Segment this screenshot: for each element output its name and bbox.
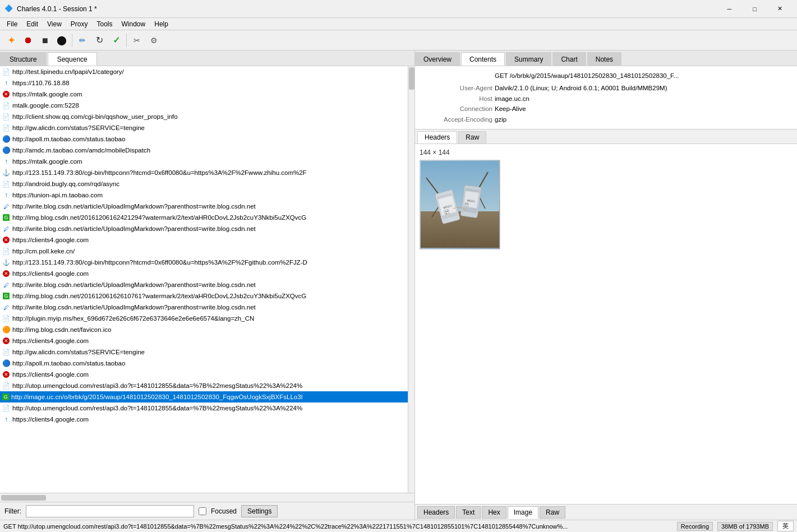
red-x-icon: ✕ <box>2 270 10 277</box>
menu-help[interactable]: Help <box>150 19 173 29</box>
list-item[interactable]: 📄 http://gw.alicdn.com/status?SERVICE=te… <box>0 122 408 133</box>
list-item[interactable]: 🔵 http://amdc.m.taobao.com/amdc/mobileDi… <box>0 145 408 156</box>
new-session-button[interactable]: ✦ <box>3 33 19 48</box>
menu-edit[interactable]: Edit <box>22 19 43 29</box>
list-item[interactable]: ✕ https://clients4.google.com <box>0 335 408 346</box>
bottom-tab-text[interactable]: Text <box>456 506 481 519</box>
toolbar-separator-1 <box>72 34 72 47</box>
host-value: image.uc.cn <box>495 94 529 104</box>
list-item[interactable]: 📄 http://plugin.myip.ms/hex_696d672e626c… <box>0 313 408 324</box>
inner-tab-headers-req[interactable]: Headers <box>417 131 457 144</box>
left-tab-bar: Structure Sequence <box>0 50 414 66</box>
settings-filter-button[interactable]: Settings <box>241 505 278 517</box>
list-item[interactable]: 🖊 http://write.blog.csdn.net/article/Upl… <box>0 279 408 290</box>
tab-contents[interactable]: Contents <box>461 52 505 66</box>
bottom-tab-image[interactable]: Image <box>508 506 538 519</box>
list-item[interactable]: G http://img.blog.csdn.net/2016120616261… <box>0 290 408 302</box>
list-item[interactable]: ↑ https://tunion-api.m.taobao.com <box>0 189 408 201</box>
green-box-icon: G <box>2 292 10 300</box>
list-item[interactable]: 📄 http://utop.umengcloud.com/rest/api3.d… <box>0 403 408 414</box>
list-item[interactable]: 🖊 http://write.blog.csdn.net/article/Upl… <box>0 201 408 212</box>
list-item[interactable]: ↑ https://mtalk.google.com <box>0 156 408 167</box>
user-agent-label: User-Agent <box>420 83 492 93</box>
menu-tools[interactable]: Tools <box>93 19 117 29</box>
green-doc-icon: G <box>2 394 9 400</box>
settings-button[interactable]: ⚙ <box>146 33 162 48</box>
list-item-selected[interactable]: G http://image.uc.cn/o/brbk/g/2015/waup/… <box>0 391 408 403</box>
list-item[interactable]: 📄 http://cm.poll.keke.cn/ <box>0 246 408 257</box>
vertical-scrollbar[interactable] <box>408 66 414 493</box>
tab-structure[interactable]: Structure <box>0 52 47 66</box>
list-item[interactable]: 🖊 http://write.blog.csdn.net/article/Upl… <box>0 223 408 234</box>
memory-indicator: 38MB of 1793MB <box>717 522 773 531</box>
doc-icon: 📄 <box>2 68 10 76</box>
blue-circle-icon: 🔵 <box>2 359 10 367</box>
minimize-button[interactable]: ─ <box>717 0 742 18</box>
tab-overview[interactable]: Overview <box>415 52 460 66</box>
doc-icon: 📄 <box>2 101 10 109</box>
toolbar-separator-2 <box>126 34 127 47</box>
menu-view[interactable]: View <box>43 19 66 29</box>
tab-chart[interactable]: Chart <box>552 52 586 66</box>
list-item[interactable]: 📄 http://test.lipinedu.cn/lpapi/v1/categ… <box>0 66 408 77</box>
list-item[interactable]: 🟠 http://img.blog.csdn.net/favicon.ico <box>0 324 408 335</box>
menu-proxy[interactable]: Proxy <box>66 19 93 29</box>
list-item[interactable]: 📄 mtalk.google.com:5228 <box>0 100 408 111</box>
filter-button[interactable]: ✏ <box>75 33 90 48</box>
list-item[interactable]: ⚓ http://123.151.149.73:80/cgi-bin/httpc… <box>0 257 408 268</box>
language-indicator[interactable]: 英 <box>777 521 794 531</box>
tab-sequence[interactable]: Sequence <box>48 52 97 66</box>
list-item[interactable]: ↑ https://clients4.google.com <box>0 414 408 425</box>
inner-tab-raw-req[interactable]: Raw <box>458 131 486 144</box>
list-item[interactable]: ✕ https://clients4.google.com <box>0 369 408 380</box>
tab-notes[interactable]: Notes <box>587 52 621 66</box>
list-item[interactable]: ✕ https://mtalk.google.com <box>0 89 408 100</box>
record-button[interactable]: ⏺ <box>20 33 36 48</box>
up-arrow-icon: ↑ <box>2 191 10 199</box>
list-item[interactable]: 🖊 http://write.blog.csdn.net/article/Upl… <box>0 302 408 313</box>
refresh-button[interactable]: ↻ <box>91 33 107 48</box>
right-panel: Overview Contents Summary Chart Notes GE… <box>415 50 797 520</box>
menu-file[interactable]: File <box>2 19 22 29</box>
anchor-icon: ⚓ <box>2 169 10 177</box>
accept-encoding-label: Accept-Encoding <box>420 114 492 124</box>
list-item[interactable]: 📄 http://utop.umengcloud.com/rest/api3.d… <box>0 380 408 391</box>
clear-button[interactable]: ⬤ <box>54 33 70 48</box>
window-controls: ─ □ ✕ <box>717 0 793 18</box>
list-item[interactable]: G http://img.blog.csdn.net/2016120616242… <box>0 212 408 223</box>
horizontal-scrollbar[interactable] <box>0 493 414 502</box>
close-button[interactable]: ✕ <box>767 0 793 18</box>
list-item[interactable]: ✕ https://clients4.google.com <box>0 268 408 279</box>
list-item[interactable]: ↑ https://110.76.18.88 <box>0 77 408 89</box>
filter-input[interactable] <box>26 505 194 517</box>
list-item[interactable]: 📄 http://android.bugly.qq.com/rqd/async <box>0 178 408 189</box>
tab-summary[interactable]: Summary <box>506 52 551 66</box>
bottom-tab-raw[interactable]: Raw <box>540 506 565 519</box>
req-url-label <box>420 71 492 81</box>
list-item[interactable]: 🔵 http://apoll.m.taobao.com/status.taoba… <box>0 133 408 145</box>
status-bar: GET http://utop.umengcloud.com/rest/api3… <box>0 520 797 532</box>
accept-encoding-value: gzip <box>495 114 506 124</box>
title-bar: 🔷 Charles 4.0.1 - Session 1 * ─ □ ✕ <box>0 0 797 18</box>
doc-icon: 📄 <box>2 180 10 188</box>
menu-bar: File Edit View Proxy Tools Window Help <box>0 18 797 30</box>
list-item[interactable]: 📄 http://client.show.qq.com/cgi-bin/qqsh… <box>0 111 408 122</box>
list-item[interactable]: ⚓ http://123.151.149.73:80/cgi-bin/httpc… <box>0 167 408 178</box>
check-button[interactable]: ✓ <box>108 33 124 48</box>
list-item[interactable]: 📄 http://gw.alicdn.com/status?SERVICE=te… <box>0 346 408 358</box>
recording-indicator: Recording <box>677 522 713 531</box>
bottom-tab-headers[interactable]: Headers <box>417 506 455 519</box>
focused-checkbox[interactable] <box>199 507 206 515</box>
doc-icon: 📄 <box>2 113 10 121</box>
list-item[interactable]: 🔵 http://apoll.m.taobao.com/status.taoba… <box>0 358 408 369</box>
session-list-wrapper: 📄 http://test.lipinedu.cn/lpapi/v1/categ… <box>0 66 414 493</box>
list-item[interactable]: ✕ https://clients4.google.com <box>0 234 408 246</box>
session-list[interactable]: 📄 http://test.lipinedu.cn/lpapi/v1/categ… <box>0 66 408 493</box>
menu-window[interactable]: Window <box>117 19 150 29</box>
maximize-button[interactable]: □ <box>742 0 767 18</box>
green-box-icon: G <box>2 214 10 221</box>
bottom-tab-hex[interactable]: Hex <box>482 506 506 519</box>
host-label: Host <box>420 94 492 104</box>
stop-button[interactable]: ⏹ <box>37 33 53 48</box>
tools-button[interactable]: ✂ <box>129 33 145 48</box>
